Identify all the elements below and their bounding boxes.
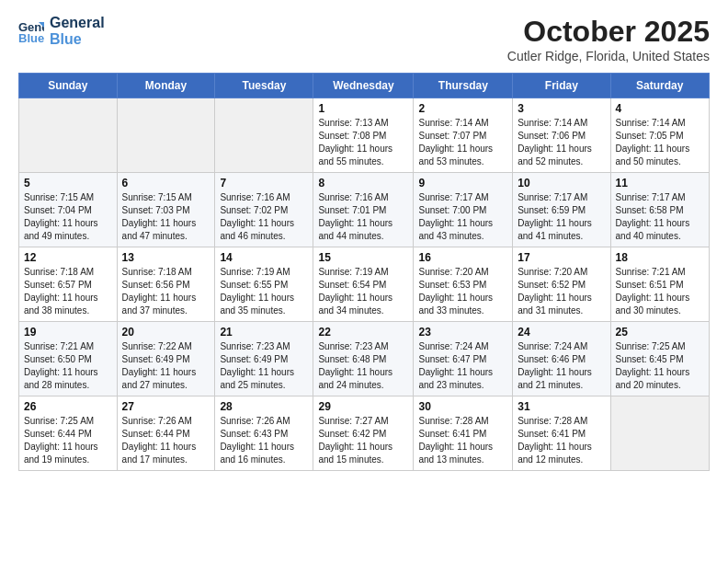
day-header-sunday: Sunday <box>19 74 118 98</box>
day-cell: 7Sunrise: 7:16 AM Sunset: 7:02 PM Daylig… <box>215 173 313 247</box>
calendar-table: SundayMondayTuesdayWednesdayThursdayFrid… <box>18 73 710 471</box>
day-number: 18 <box>616 251 704 264</box>
day-number: 8 <box>318 177 408 190</box>
day-info: Sunrise: 7:13 AM Sunset: 7:08 PM Dayligh… <box>318 117 408 168</box>
day-info: Sunrise: 7:14 AM Sunset: 7:06 PM Dayligh… <box>518 117 605 168</box>
calendar-body: 1Sunrise: 7:13 AM Sunset: 7:08 PM Daylig… <box>19 98 710 471</box>
day-info: Sunrise: 7:15 AM Sunset: 7:04 PM Dayligh… <box>24 191 112 243</box>
day-cell: 2Sunrise: 7:14 AM Sunset: 7:07 PM Daylig… <box>414 98 513 173</box>
day-info: Sunrise: 7:26 AM Sunset: 6:43 PM Dayligh… <box>220 415 308 466</box>
day-cell: 4Sunrise: 7:14 AM Sunset: 7:05 PM Daylig… <box>610 98 709 173</box>
day-number: 15 <box>318 251 408 264</box>
day-number: 5 <box>24 177 112 190</box>
title-block: October 2025 Cutler Ridge, Florida, Unit… <box>507 15 710 63</box>
day-info: Sunrise: 7:14 AM Sunset: 7:07 PM Dayligh… <box>418 117 507 168</box>
day-number: 7 <box>220 177 308 190</box>
day-cell: 24Sunrise: 7:24 AM Sunset: 6:46 PM Dayli… <box>513 322 610 396</box>
week-row-2: 12Sunrise: 7:18 AM Sunset: 6:57 PM Dayli… <box>19 247 710 322</box>
week-row-3: 19Sunrise: 7:21 AM Sunset: 6:50 PM Dayli… <box>19 322 710 396</box>
day-info: Sunrise: 7:15 AM Sunset: 7:03 PM Dayligh… <box>122 191 210 243</box>
day-cell <box>19 98 118 173</box>
day-number: 20 <box>122 326 210 339</box>
location: Cutler Ridge, Florida, United States <box>507 49 710 63</box>
day-info: Sunrise: 7:17 AM Sunset: 7:00 PM Dayligh… <box>418 191 507 243</box>
day-info: Sunrise: 7:27 AM Sunset: 6:42 PM Dayligh… <box>318 415 408 466</box>
svg-text:Blue: Blue <box>18 31 44 44</box>
day-cell: 17Sunrise: 7:20 AM Sunset: 6:52 PM Dayli… <box>513 247 610 322</box>
day-cell: 25Sunrise: 7:25 AM Sunset: 6:45 PM Dayli… <box>610 322 709 396</box>
day-info: Sunrise: 7:23 AM Sunset: 6:48 PM Dayligh… <box>318 340 408 392</box>
day-number: 10 <box>518 177 605 190</box>
day-number: 12 <box>24 251 112 264</box>
day-number: 30 <box>418 400 507 413</box>
week-row-0: 1Sunrise: 7:13 AM Sunset: 7:08 PM Daylig… <box>19 98 710 173</box>
day-cell: 8Sunrise: 7:16 AM Sunset: 7:01 PM Daylig… <box>313 173 414 247</box>
day-cell: 9Sunrise: 7:17 AM Sunset: 7:00 PM Daylig… <box>414 173 513 247</box>
day-cell: 14Sunrise: 7:19 AM Sunset: 6:55 PM Dayli… <box>215 247 313 322</box>
day-number: 3 <box>518 102 605 115</box>
day-number: 11 <box>616 177 704 190</box>
day-number: 21 <box>220 326 308 339</box>
day-info: Sunrise: 7:18 AM Sunset: 6:57 PM Dayligh… <box>24 266 112 317</box>
day-info: Sunrise: 7:24 AM Sunset: 6:46 PM Dayligh… <box>518 340 605 392</box>
day-info: Sunrise: 7:21 AM Sunset: 6:50 PM Dayligh… <box>24 340 112 392</box>
day-number: 17 <box>518 251 605 264</box>
days-header-row: SundayMondayTuesdayWednesdayThursdayFrid… <box>19 74 710 98</box>
day-number: 19 <box>24 326 112 339</box>
day-cell: 28Sunrise: 7:26 AM Sunset: 6:43 PM Dayli… <box>215 396 313 471</box>
day-info: Sunrise: 7:14 AM Sunset: 7:05 PM Dayligh… <box>616 117 704 168</box>
day-cell: 19Sunrise: 7:21 AM Sunset: 6:50 PM Dayli… <box>19 322 118 396</box>
day-number: 9 <box>418 177 507 190</box>
day-number: 14 <box>220 251 308 264</box>
day-cell: 21Sunrise: 7:23 AM Sunset: 6:49 PM Dayli… <box>215 322 313 396</box>
day-cell <box>215 98 313 173</box>
day-number: 2 <box>418 102 507 115</box>
day-cell: 23Sunrise: 7:24 AM Sunset: 6:47 PM Dayli… <box>414 322 513 396</box>
day-header-tuesday: Tuesday <box>215 74 313 98</box>
header: General Blue General Blue October 2025 C… <box>18 15 710 63</box>
day-info: Sunrise: 7:21 AM Sunset: 6:51 PM Dayligh… <box>616 266 704 317</box>
day-number: 4 <box>616 102 704 115</box>
week-row-1: 5Sunrise: 7:15 AM Sunset: 7:04 PM Daylig… <box>19 173 710 247</box>
day-cell: 29Sunrise: 7:27 AM Sunset: 6:42 PM Dayli… <box>313 396 414 471</box>
day-header-monday: Monday <box>117 74 215 98</box>
day-cell: 22Sunrise: 7:23 AM Sunset: 6:48 PM Dayli… <box>313 322 414 396</box>
day-cell: 13Sunrise: 7:18 AM Sunset: 6:56 PM Dayli… <box>117 247 215 322</box>
day-cell: 27Sunrise: 7:26 AM Sunset: 6:44 PM Dayli… <box>117 396 215 471</box>
day-number: 28 <box>220 400 308 413</box>
day-cell <box>610 396 709 471</box>
day-cell <box>117 98 215 173</box>
day-header-friday: Friday <box>513 74 610 98</box>
day-cell: 15Sunrise: 7:19 AM Sunset: 6:54 PM Dayli… <box>313 247 414 322</box>
day-info: Sunrise: 7:25 AM Sunset: 6:45 PM Dayligh… <box>616 340 704 392</box>
day-number: 6 <box>122 177 210 190</box>
day-cell: 20Sunrise: 7:22 AM Sunset: 6:49 PM Dayli… <box>117 322 215 396</box>
day-number: 27 <box>122 400 210 413</box>
day-number: 23 <box>418 326 507 339</box>
day-number: 1 <box>318 102 408 115</box>
day-number: 26 <box>24 400 112 413</box>
logo-icon: General Blue <box>18 18 44 44</box>
day-cell: 12Sunrise: 7:18 AM Sunset: 6:57 PM Dayli… <box>19 247 118 322</box>
day-info: Sunrise: 7:28 AM Sunset: 6:41 PM Dayligh… <box>518 415 605 466</box>
day-header-wednesday: Wednesday <box>313 74 414 98</box>
day-number: 22 <box>318 326 408 339</box>
day-info: Sunrise: 7:25 AM Sunset: 6:44 PM Dayligh… <box>24 415 112 466</box>
day-info: Sunrise: 7:17 AM Sunset: 6:58 PM Dayligh… <box>616 191 704 243</box>
day-info: Sunrise: 7:17 AM Sunset: 6:59 PM Dayligh… <box>518 191 605 243</box>
day-number: 25 <box>616 326 704 339</box>
day-cell: 31Sunrise: 7:28 AM Sunset: 6:41 PM Dayli… <box>513 396 610 471</box>
day-header-saturday: Saturday <box>610 74 709 98</box>
calendar-page: General Blue General Blue October 2025 C… <box>0 0 728 486</box>
day-cell: 10Sunrise: 7:17 AM Sunset: 6:59 PM Dayli… <box>513 173 610 247</box>
day-cell: 18Sunrise: 7:21 AM Sunset: 6:51 PM Dayli… <box>610 247 709 322</box>
day-cell: 1Sunrise: 7:13 AM Sunset: 7:08 PM Daylig… <box>313 98 414 173</box>
day-number: 13 <box>122 251 210 264</box>
month-title: October 2025 <box>507 15 710 49</box>
logo: General Blue General Blue <box>18 15 105 47</box>
day-info: Sunrise: 7:22 AM Sunset: 6:49 PM Dayligh… <box>122 340 210 392</box>
day-number: 29 <box>318 400 408 413</box>
day-info: Sunrise: 7:24 AM Sunset: 6:47 PM Dayligh… <box>418 340 507 392</box>
day-info: Sunrise: 7:20 AM Sunset: 6:52 PM Dayligh… <box>518 266 605 317</box>
day-info: Sunrise: 7:26 AM Sunset: 6:44 PM Dayligh… <box>122 415 210 466</box>
